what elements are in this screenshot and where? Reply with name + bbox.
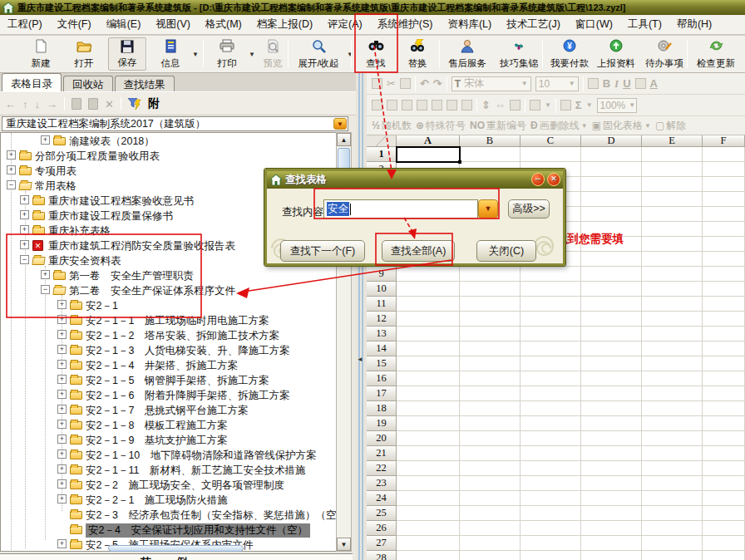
expand-plus-icon[interactable]: + (57, 345, 67, 354)
cell-E19[interactable] (642, 416, 703, 431)
menu-item-5[interactable]: 档案上报(D) (249, 15, 320, 34)
arrow-down-icon[interactable]: ↓ (35, 98, 41, 111)
cell-B11[interactable] (460, 297, 521, 312)
tree-item-label[interactable]: 安2－1－5 钢管脚手架搭、拆施工方案 (86, 374, 269, 388)
cell-D17[interactable] (581, 386, 642, 401)
cell-C23[interactable] (521, 476, 581, 491)
cell-F12[interactable] (703, 312, 745, 327)
cell-A10[interactable] (397, 282, 460, 297)
cell-B12[interactable] (460, 312, 521, 327)
tree-item-label[interactable]: 安2－1－8 模板工程施工方案 (86, 419, 228, 433)
cell-F1[interactable] (703, 147, 745, 162)
attach-button[interactable]: 附 (148, 96, 160, 111)
cell-D10[interactable] (581, 282, 642, 297)
tree-item-label[interactable]: 渝建竣表（2018） (69, 135, 155, 149)
tree-item-label[interactable]: 常用表格 (35, 179, 76, 194)
tree-item[interactable]: +安2－1－11 新材料、新工艺施工安全技术措施 (1, 462, 336, 477)
catalog-combobox[interactable]: 重庆建设工程档案编制系统2017（建筑版） ▼ (2, 116, 348, 131)
cell-C21[interactable] (521, 446, 581, 461)
cell-B16[interactable] (460, 371, 521, 386)
tree-item[interactable]: +安2－1－9 基坑支护施工方案 (1, 432, 336, 447)
cell-C25[interactable] (521, 506, 581, 521)
cell-F13[interactable] (703, 327, 745, 341)
row-header-25[interactable]: 25 (367, 506, 397, 521)
menu-item-6[interactable]: 评定(A) (320, 15, 370, 34)
filter-icon[interactable] (128, 98, 141, 111)
tree-item[interactable]: +安2－1 (1, 297, 336, 312)
tree-item[interactable]: +安2－1－4 井架搭、拆施工方案 (1, 357, 336, 372)
cell-F27[interactable] (703, 536, 745, 551)
tree-item-label[interactable]: 第二卷 安全生产保证体系程序文件 (69, 284, 235, 298)
advanced-button[interactable]: 高级>> (508, 199, 550, 219)
tab-查找结果[interactable]: 查找结果 (115, 76, 175, 91)
cell-E23[interactable] (642, 476, 703, 491)
find-button[interactable]: 查找 (356, 37, 396, 71)
cell-D5[interactable] (581, 207, 642, 222)
cell-D8[interactable] (581, 252, 642, 267)
expand-plus-icon[interactable]: + (57, 435, 67, 444)
tree-item-label[interactable]: 重庆市建筑工程消防安全质量验收报告表 (48, 239, 235, 253)
cell-E10[interactable] (642, 282, 703, 297)
row-header-20[interactable]: 20 (367, 431, 397, 446)
tree-item[interactable]: +分部分项工程质量验收用表 (1, 148, 336, 163)
cell-D23[interactable] (581, 476, 642, 491)
cell-A27[interactable] (397, 536, 460, 551)
cell-E6[interactable] (642, 222, 703, 237)
cell-E8[interactable] (642, 252, 703, 267)
cell-C19[interactable] (521, 416, 581, 431)
menu-item-9[interactable]: 技术工艺(J) (499, 15, 568, 34)
row-header-1[interactable]: 1 (367, 147, 397, 162)
tree-item[interactable]: +安2－2 施工现场安全、文明各项管理制度 (1, 477, 336, 492)
cell-E16[interactable] (642, 371, 703, 386)
expand-plus-icon[interactable]: + (7, 165, 16, 174)
todo-button[interactable]: 待办事项 (642, 37, 687, 71)
cell-F18[interactable] (703, 401, 745, 416)
cell-F16[interactable] (703, 371, 745, 386)
cell-A25[interactable] (397, 506, 460, 521)
cell-F2[interactable] (703, 162, 745, 177)
tree-item[interactable]: +安2－1－7 悬挑式钢平台施工方案 (1, 402, 336, 417)
tree-item-label[interactable]: 重庆补充表格 (48, 224, 111, 238)
row-header-19[interactable]: 19 (367, 416, 397, 431)
cell-C13[interactable] (521, 327, 581, 341)
cell-E1[interactable] (642, 147, 703, 162)
service-button[interactable]: 售后服务 (442, 37, 492, 71)
cell-A26[interactable] (397, 521, 460, 536)
expand-plus-icon[interactable]: + (20, 210, 29, 219)
cell-D2[interactable] (581, 162, 642, 177)
expand-plus-icon[interactable]: + (7, 150, 16, 160)
cell-D25[interactable] (581, 506, 642, 521)
column-header-F[interactable]: F (703, 135, 745, 147)
tree-item-label[interactable]: 安2－1－10 地下障碍物清除和道路管线保护方案 (86, 449, 317, 463)
scroll-up-icon[interactable]: ▲ (337, 133, 351, 146)
collapse-minus-icon[interactable]: − (7, 180, 16, 189)
cell-B22[interactable] (460, 461, 521, 476)
expand-plus-icon[interactable]: + (41, 270, 50, 279)
pay-button[interactable]: ¥我要付款 (547, 37, 592, 71)
cell-C10[interactable] (521, 282, 581, 297)
cell-B27[interactable] (460, 536, 521, 551)
tips-button[interactable]: 技巧集锦 (496, 37, 542, 71)
cell-F9[interactable] (703, 267, 745, 282)
horizontal-scrollbar-thumb[interactable] (108, 545, 244, 552)
menu-item-1[interactable]: 文件(F) (50, 15, 99, 34)
row-header-9[interactable]: 9 (367, 267, 397, 282)
open-button[interactable]: 打开 (65, 37, 103, 71)
cell-E20[interactable] (642, 431, 703, 446)
selected-cell-A1[interactable] (396, 146, 461, 163)
print-button[interactable]: 打印 (208, 37, 246, 71)
cell-B17[interactable] (460, 386, 521, 401)
cell-C27[interactable] (521, 536, 581, 551)
chevron-down-icon[interactable]: ▼ (347, 51, 353, 58)
update-button[interactable]: 检查更新 (692, 37, 740, 71)
tree-item[interactable]: −第二卷 安全生产保证体系程序文件 (1, 282, 336, 297)
column-header-D[interactable]: D (581, 135, 642, 147)
paste-node-icon[interactable] (88, 98, 98, 110)
row-header-10[interactable]: 10 (367, 282, 397, 297)
menu-item-2[interactable]: 编辑(E) (99, 15, 149, 34)
cell-F15[interactable] (703, 356, 745, 371)
cell-F25[interactable] (703, 506, 745, 521)
scroll-down-icon[interactable]: ▼ (337, 538, 351, 551)
chevron-down-icon[interactable]: ▼ (192, 51, 199, 58)
expand-plus-icon[interactable]: + (20, 240, 29, 249)
